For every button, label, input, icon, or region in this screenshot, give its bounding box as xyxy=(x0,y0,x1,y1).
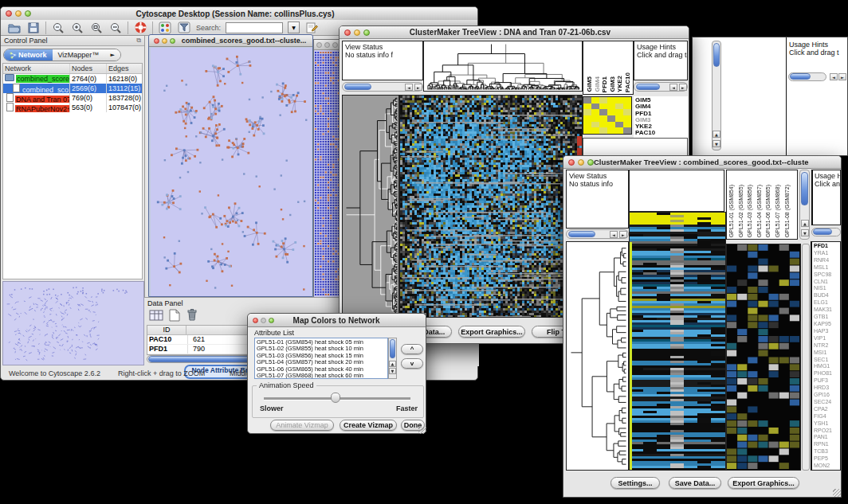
attribute-list-vscrollbar[interactable]: ▲ ▼ xyxy=(388,338,397,379)
fragment-scroll-left[interactable]: ◄ xyxy=(830,73,838,80)
network-row[interactable]: RNAPuberNov2+563(0)107847(0) xyxy=(3,103,142,112)
matrix-cell[interactable] xyxy=(607,115,615,122)
tv2-row-dendrogram[interactable] xyxy=(567,242,628,470)
matrix-cell[interactable] xyxy=(615,127,623,134)
zoom-selected-icon[interactable] xyxy=(89,21,104,35)
tv2-global-heatmap[interactable] xyxy=(630,213,725,470)
minimize-button[interactable] xyxy=(578,159,584,166)
tv2-detail-vscrollbar[interactable] xyxy=(802,244,810,471)
tv2-status-hscrollbar[interactable]: ◄ ► xyxy=(566,229,629,239)
network-row[interactable]: combined_sco2569(6)13112(15) xyxy=(3,84,142,93)
gene-label[interactable]: PUF3 xyxy=(814,377,838,385)
zoom-button[interactable] xyxy=(269,318,274,323)
attribute-item[interactable]: GPL51-03 (GSM856) heat shock 15 min xyxy=(257,353,386,359)
tv2-scroll-down[interactable]: ▼ xyxy=(801,229,809,236)
gene-label[interactable]: NIS1 xyxy=(814,285,838,292)
matrix-cell[interactable] xyxy=(615,109,623,115)
tab-vizmapper[interactable]: VizMapper™ xyxy=(53,49,105,61)
close-button[interactable] xyxy=(253,318,258,323)
attribute-item[interactable]: GPL51-06 (GSM865) heat shock 40 min xyxy=(257,366,386,373)
main-window-titlebar[interactable]: Cytoscape Desktop (Session Name: collins… xyxy=(1,7,477,21)
save-icon[interactable] xyxy=(26,21,41,35)
attribute-list[interactable]: GPL51-01 (GSM854) heat shock 05 minGPL51… xyxy=(254,338,388,379)
matrix-cell[interactable] xyxy=(591,97,599,104)
tv1-column-dendrogram[interactable] xyxy=(424,41,582,91)
matrix-cell[interactable] xyxy=(607,104,615,110)
tv1-row-dendrogram[interactable] xyxy=(343,96,398,317)
tv2-export-graphics-button[interactable]: Export Graphics... xyxy=(728,477,799,489)
gene-label[interactable]: MAK31 xyxy=(814,307,838,314)
slider-thumb[interactable] xyxy=(331,393,340,403)
gene-label[interactable]: PFD1 xyxy=(814,243,838,250)
gene-label[interactable]: SEC1 xyxy=(814,357,838,364)
network-row[interactable]: DNA and Tran 07769(0)183728(0) xyxy=(3,93,142,103)
gene-label[interactable]: GPI16 xyxy=(814,392,838,399)
attribute-item[interactable]: GPL51-07 (GSM868) heat shock 60 min xyxy=(257,373,386,379)
gene-label[interactable]: HRD3 xyxy=(814,385,838,392)
attribute-item[interactable]: GPL51-02 (GSM855) heat shock 10 min xyxy=(257,346,386,352)
gene-label[interactable]: HMG1 xyxy=(814,363,838,370)
move-attribute-up-button[interactable]: ^ xyxy=(401,344,423,354)
matrix-cell[interactable] xyxy=(591,115,599,122)
matrix-cell[interactable] xyxy=(623,115,631,122)
tv1-status-hscrollbar[interactable]: ◄ ► xyxy=(342,82,423,92)
gene-label[interactable]: ELG1 xyxy=(814,299,838,307)
fragment-hscrollbar[interactable] xyxy=(788,72,826,81)
tv2-usage-hscrollbar[interactable] xyxy=(811,228,841,236)
matrix-cell[interactable] xyxy=(599,97,607,104)
tv1-global-heatmap[interactable] xyxy=(400,96,582,317)
gene-label[interactable]: MON2 xyxy=(814,463,838,470)
tv2-save-data-button[interactable]: Save Data... xyxy=(669,477,721,489)
gene-label[interactable]: PAN1 xyxy=(814,434,838,441)
create-vizmap-button[interactable]: Create Vizmap xyxy=(340,420,397,431)
vizmapper-icon[interactable] xyxy=(158,21,172,35)
new-attribute-icon[interactable] xyxy=(168,309,181,325)
treeview-dna-titlebar[interactable]: ClusterMaker TreeView : DNA and Tran 07-… xyxy=(340,26,689,39)
matrix-cell[interactable] xyxy=(607,109,615,115)
animate-vizmap-button[interactable]: Animate Vizmap xyxy=(270,420,334,431)
tv2-detail-heatmap[interactable] xyxy=(727,244,800,470)
tv1-zoom-heatmap-matrix[interactable] xyxy=(583,96,632,135)
matrix-cell[interactable] xyxy=(599,109,607,115)
tv1-export-graphics-button[interactable]: Export Graphics... xyxy=(458,326,525,338)
close-button[interactable] xyxy=(6,10,12,17)
zoom-button[interactable] xyxy=(25,10,31,17)
matrix-cell[interactable] xyxy=(583,115,591,122)
matrix-cell[interactable] xyxy=(591,122,599,128)
tab-network[interactable]: Network xyxy=(4,49,53,61)
gene-label[interactable]: MSL1 xyxy=(814,264,838,272)
gene-label[interactable]: CLN1 xyxy=(814,279,838,286)
matrix-cell[interactable] xyxy=(623,122,631,128)
zoom-button[interactable] xyxy=(587,159,594,166)
netview-zoom-button[interactable] xyxy=(170,38,175,44)
filter-funnel-icon[interactable] xyxy=(177,21,191,35)
matrix-cell[interactable] xyxy=(599,104,607,110)
fragment-scroll-right[interactable]: ► xyxy=(838,73,846,80)
tv1-zoom-hscrollbar[interactable]: ◄ ► xyxy=(634,82,688,92)
back-window-minimize-button[interactable] xyxy=(324,42,330,48)
gene-label[interactable]: NTR2 xyxy=(814,342,838,350)
gene-label[interactable]: TCB3 xyxy=(814,448,838,455)
matrix-cell[interactable] xyxy=(591,127,599,134)
gene-label[interactable]: SEC24 xyxy=(814,399,838,406)
matrix-cell[interactable] xyxy=(607,127,615,134)
gene-label[interactable]: GTB1 xyxy=(814,314,838,321)
tv2-vscrollbar[interactable]: ▲ ▼ xyxy=(799,170,810,240)
matrix-cell[interactable] xyxy=(623,104,631,110)
network-canvas[interactable] xyxy=(151,48,312,296)
matrix-cell[interactable] xyxy=(583,97,591,104)
matrix-cell[interactable] xyxy=(615,97,623,104)
netview-close-button[interactable] xyxy=(154,38,159,44)
gene-label[interactable]: RPN1 xyxy=(814,441,838,448)
matrix-cell[interactable] xyxy=(607,97,615,104)
search-input[interactable] xyxy=(226,22,283,33)
tv2-settings-button[interactable]: Settings... xyxy=(610,477,660,489)
delete-attribute-trash-icon[interactable] xyxy=(186,308,198,325)
matrix-cell[interactable] xyxy=(583,127,591,134)
matrix-cell[interactable] xyxy=(607,122,615,128)
gene-label[interactable]: KAP95 xyxy=(814,321,838,328)
network-row[interactable]: combined_scores_2764(0)16218(0) xyxy=(3,74,142,84)
matrix-cell[interactable] xyxy=(623,97,631,104)
dense-network-canvas[interactable] xyxy=(314,50,339,297)
float-panel-icon[interactable]: ⧉ xyxy=(136,37,141,45)
